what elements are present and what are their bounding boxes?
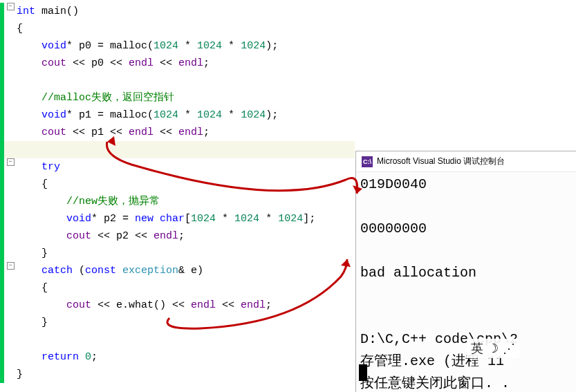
kw-return: return <box>41 348 79 366</box>
fn-malloc: malloc <box>110 37 147 55</box>
moon-icon: ☽ <box>487 341 499 356</box>
console-title-text: Microsoft Visual Studio 调试控制台 <box>377 156 505 167</box>
console-line: 存管理.exe (进程 11 <box>360 351 572 373</box>
console-line: 00000000 <box>360 218 572 240</box>
ime-lang: 英 <box>471 340 483 357</box>
type-exception: exception <box>122 262 178 279</box>
func-main: main() <box>35 3 79 20</box>
current-line-highlight <box>0 141 355 158</box>
console-titlebar[interactable]: C:\ Microsoft Visual Studio 调试控制台 <box>356 151 576 172</box>
console-line: 019D0040 <box>360 174 572 196</box>
ime-indicator[interactable]: 英 ☽ ⋰ <box>467 339 519 358</box>
console-line: bad allocation <box>360 262 572 284</box>
debug-console[interactable]: C:\ Microsoft Visual Studio 调试控制台 019D00… <box>355 151 576 392</box>
fold-icon[interactable]: − <box>7 262 15 270</box>
fold-icon[interactable]: − <box>7 158 15 166</box>
brace: { <box>17 20 23 37</box>
console-line: D:\C,C++ code\cpp\2 <box>360 328 572 351</box>
fold-icon[interactable]: − <box>7 3 15 10</box>
kw-catch: catch <box>41 262 73 279</box>
console-line: 按任意键关闭此窗口. . <box>360 373 572 392</box>
cout: cout <box>41 55 66 72</box>
kw-try: try <box>41 158 60 176</box>
vs-icon: C:\ <box>362 156 373 167</box>
kw-void: void <box>41 37 66 55</box>
ime-dots-icon: ⋰ <box>503 341 515 356</box>
console-output: 019D0040 00000000 bad allocation D:\C,C+… <box>356 172 576 392</box>
keyword-int: int <box>17 3 35 20</box>
console-cursor <box>359 364 367 381</box>
comment-malloc: //malloc失败，返回空指针 <box>41 89 174 106</box>
comment-new: //new失败，抛异常 <box>66 193 160 210</box>
